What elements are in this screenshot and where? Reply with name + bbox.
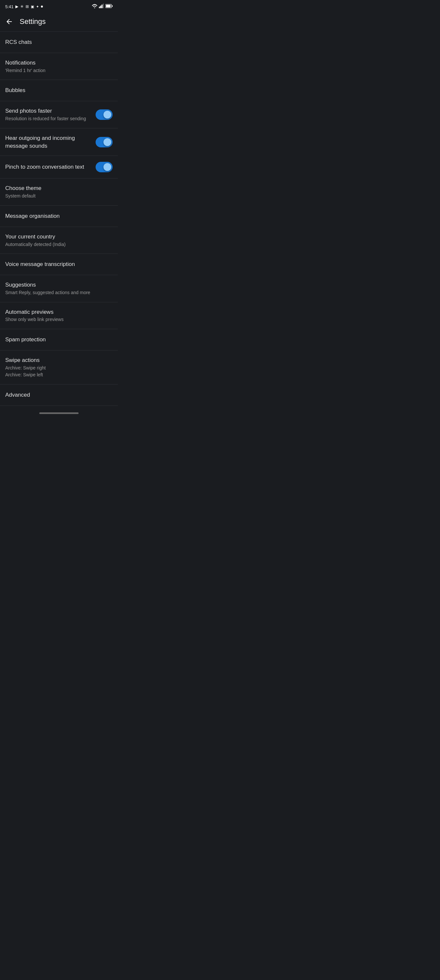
- battery-icon: [105, 3, 113, 10]
- country-subtitle: Automatically detected (India): [5, 242, 113, 248]
- grid-icon: ⊞: [25, 4, 29, 9]
- settings-item-theme[interactable]: Choose theme System default: [0, 178, 118, 205]
- settings-item-pinch-zoom[interactable]: Pinch to zoom conversation text: [0, 156, 118, 178]
- settings-item-spam[interactable]: Spam protection: [0, 329, 118, 350]
- fan-icon: ✦: [36, 5, 39, 9]
- page-title: Settings: [20, 18, 46, 26]
- settings-item-rcs-chats[interactable]: RCS chats: [0, 32, 118, 53]
- settings-item-notifications[interactable]: Notifications 'Remind 1 hr' action: [0, 53, 118, 80]
- swipe-title: Swipe actions: [5, 356, 113, 364]
- media-icon: ▣: [31, 5, 34, 9]
- pinch-zoom-title: Pinch to zoom conversation text: [5, 163, 95, 171]
- settings-item-message-org[interactable]: Message organisation: [0, 206, 118, 227]
- message-sounds-toggle[interactable]: [95, 137, 113, 147]
- notifications-subtitle: 'Remind 1 hr' action: [5, 67, 113, 74]
- advanced-title: Advanced: [5, 391, 113, 399]
- time-display: 5:41: [5, 4, 13, 9]
- message-org-title: Message organisation: [5, 212, 113, 220]
- previews-title: Automatic previews: [5, 308, 113, 316]
- settings-list: RCS chats Notifications 'Remind 1 hr' ac…: [0, 32, 118, 406]
- swipe-subtitle-2: Archive: Swipe left: [5, 372, 113, 378]
- pinch-zoom-toggle[interactable]: [95, 162, 113, 172]
- status-dot: [41, 6, 43, 8]
- wifi-icon: [92, 3, 98, 10]
- settings-item-advanced[interactable]: Advanced: [0, 385, 118, 406]
- settings-item-country-text: Your current country Automatically detec…: [5, 233, 113, 248]
- settings-item-notifications-text: Notifications 'Remind 1 hr' action: [5, 59, 113, 74]
- settings-item-voice-text: Voice message transcription: [5, 260, 113, 268]
- suggestions-title: Suggestions: [5, 281, 113, 289]
- settings-item-previews-text: Automatic previews Show only web link pr…: [5, 308, 113, 323]
- voice-title: Voice message transcription: [5, 260, 113, 268]
- message-sounds-title: Hear outgoing and incoming message sound…: [5, 134, 95, 150]
- svg-rect-6: [112, 5, 113, 7]
- settings-item-bubbles-text: Bubbles: [5, 86, 113, 94]
- svg-point-0: [94, 8, 95, 8]
- svg-rect-1: [99, 6, 100, 8]
- status-left: 5:41 ▶ ✳ ⊞ ▣ ✦: [5, 4, 43, 9]
- settings-item-message-sounds[interactable]: Hear outgoing and incoming message sound…: [0, 128, 118, 156]
- previews-subtitle: Show only web link previews: [5, 317, 113, 323]
- settings-item-message-org-text: Message organisation: [5, 212, 113, 220]
- settings-item-country[interactable]: Your current country Automatically detec…: [0, 227, 118, 253]
- home-bar: [39, 412, 79, 414]
- settings-item-theme-text: Choose theme System default: [5, 185, 113, 199]
- divider-15: [0, 406, 118, 406]
- settings-item-message-sounds-text: Hear outgoing and incoming message sound…: [5, 134, 95, 150]
- settings-item-suggestions[interactable]: Suggestions Smart Reply, suggested actio…: [0, 275, 118, 302]
- svg-rect-2: [100, 6, 101, 8]
- country-title: Your current country: [5, 233, 113, 241]
- location-icon: ▶: [15, 4, 18, 9]
- signal-icon: [99, 3, 104, 10]
- svg-rect-3: [102, 5, 102, 8]
- settings-item-previews[interactable]: Automatic previews Show only web link pr…: [0, 302, 118, 329]
- settings-item-send-photos[interactable]: Send photos faster Resolution is reduced…: [0, 101, 118, 128]
- app-bar: Settings: [0, 12, 118, 32]
- toggle-track-2: [95, 137, 113, 147]
- spam-title: Spam protection: [5, 336, 113, 344]
- settings-item-voice[interactable]: Voice message transcription: [0, 254, 118, 275]
- toggle-thumb-2: [103, 138, 111, 146]
- settings-item-swipe[interactable]: Swipe actions Archive: Swipe right Archi…: [0, 350, 118, 384]
- theme-subtitle: System default: [5, 193, 113, 199]
- settings-item-pinch-zoom-text: Pinch to zoom conversation text: [5, 163, 95, 171]
- notifications-title: Notifications: [5, 59, 113, 67]
- toggle-thumb: [103, 111, 111, 119]
- svg-rect-4: [103, 3, 104, 8]
- status-bar: 5:41 ▶ ✳ ⊞ ▣ ✦: [0, 0, 118, 12]
- notification-icon: ✳: [20, 4, 24, 9]
- bubbles-title: Bubbles: [5, 86, 113, 94]
- suggestions-subtitle: Smart Reply, suggested actions and more: [5, 290, 113, 296]
- send-photos-subtitle: Resolution is reduced for faster sending: [5, 116, 95, 122]
- settings-item-send-photos-text: Send photos faster Resolution is reduced…: [5, 107, 95, 122]
- status-right: [92, 3, 113, 10]
- settings-item-bubbles[interactable]: Bubbles: [0, 80, 118, 101]
- svg-rect-7: [106, 5, 111, 8]
- settings-item-rcs-chats-text: RCS chats: [5, 38, 113, 46]
- settings-item-spam-text: Spam protection: [5, 336, 113, 344]
- settings-item-suggestions-text: Suggestions Smart Reply, suggested actio…: [5, 281, 113, 296]
- rcs-chats-title: RCS chats: [5, 38, 113, 46]
- settings-item-swipe-text: Swipe actions Archive: Swipe right Archi…: [5, 356, 113, 378]
- back-button[interactable]: [5, 18, 13, 25]
- toggle-thumb-3: [103, 163, 111, 171]
- toggle-track-3: [95, 162, 113, 172]
- theme-title: Choose theme: [5, 185, 113, 192]
- swipe-subtitle-1: Archive: Swipe right: [5, 365, 113, 371]
- toggle-track: [95, 110, 113, 120]
- settings-item-advanced-text: Advanced: [5, 391, 113, 399]
- home-indicator: [0, 409, 118, 418]
- send-photos-toggle[interactable]: [95, 110, 113, 120]
- send-photos-title: Send photos faster: [5, 107, 95, 115]
